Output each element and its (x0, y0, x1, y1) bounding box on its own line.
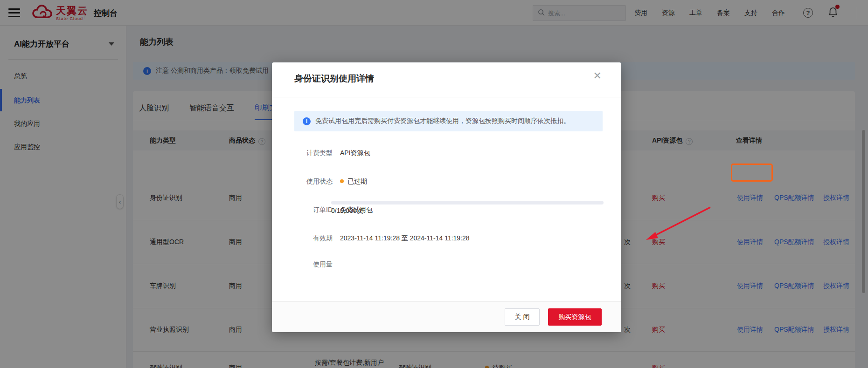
annotation-arrow (641, 203, 716, 245)
modal-header-divider (272, 97, 621, 97)
usage-details-modal: 身份证识别使用详情 ✕ i 免费试用包用完后需购买付费资源包才能继续使用，资源包… (272, 62, 621, 332)
field-validity: 有效期 2023-11-14 11:19:28 至 2024-11-14 11:… (294, 234, 602, 245)
close-icon[interactable]: ✕ (593, 71, 602, 81)
annotation-highlight-box (731, 164, 773, 182)
usage-count: 0/10,000次 (331, 207, 363, 215)
field-usage-status: 使用状态 已过期 (294, 177, 602, 188)
field-billing-type: 计费类型 API资源包 (294, 149, 602, 159)
screen: 天翼云 State Cloud 控制台 费用 资源 工单 备案 支持 合作 ? (0, 0, 868, 368)
field-usage: 使用量 (294, 260, 602, 271)
modal-footer: 关 闭 购买资源包 (272, 301, 621, 332)
usage-progress-bar (331, 201, 604, 204)
info-icon: i (303, 117, 311, 125)
buy-package-button[interactable]: 购买资源包 (548, 308, 602, 326)
modal-notice-text: 免费试用包用完后需购买付费资源包才能继续使用，资源包按照购买时间顺序依次抵扣。 (315, 117, 570, 125)
close-button[interactable]: 关 闭 (505, 308, 540, 326)
modal-notice-banner: i 免费试用包用完后需购买付费资源包才能继续使用，资源包按照购买时间顺序依次抵扣… (294, 111, 603, 131)
status-dot (340, 179, 344, 183)
modal-title: 身份证识别使用详情 (294, 73, 374, 85)
